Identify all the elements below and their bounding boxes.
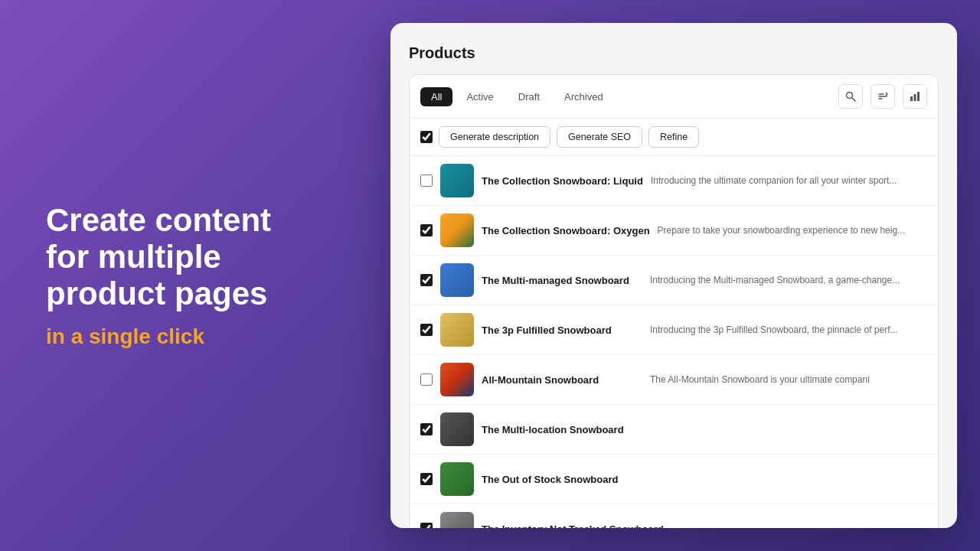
search-icon bbox=[845, 91, 856, 102]
tabs-row: All Active Draft Archived bbox=[410, 75, 938, 119]
page-title: Products bbox=[409, 44, 939, 62]
sort-icon-button[interactable] bbox=[871, 84, 895, 109]
chart-icon bbox=[910, 91, 920, 102]
svg-line-1 bbox=[852, 98, 855, 101]
product-image-3 bbox=[440, 313, 474, 347]
product-image-7 bbox=[440, 512, 474, 528]
table-row: The Collection Snowboard: OxygenPrepare … bbox=[410, 206, 938, 256]
generate-seo-button[interactable]: Generate SEO bbox=[557, 126, 642, 148]
table-row: The Collection Snowboard: LiquidIntroduc… bbox=[410, 156, 938, 206]
product-checkbox-7[interactable] bbox=[420, 523, 433, 528]
table-row: The Inventory Not Tracked Snowboard bbox=[410, 504, 938, 528]
product-image-6 bbox=[440, 462, 474, 496]
product-checkbox-0[interactable] bbox=[420, 174, 433, 187]
product-checkbox-4[interactable] bbox=[420, 373, 433, 386]
product-image-4 bbox=[440, 363, 474, 396]
svg-rect-6 bbox=[914, 94, 916, 101]
svg-rect-7 bbox=[917, 92, 920, 101]
left-panel: Create content for multiple product page… bbox=[46, 202, 337, 350]
table-row: The Multi-location Snowboard bbox=[410, 405, 938, 455]
product-list: The Collection Snowboard: LiquidIntroduc… bbox=[410, 156, 938, 528]
product-image-1 bbox=[440, 214, 474, 247]
product-checkbox-6[interactable] bbox=[420, 473, 433, 485]
product-name-1: The Collection Snowboard: Oxygen bbox=[482, 225, 650, 236]
product-name-6: The Out of Stock Snowboard bbox=[482, 474, 642, 485]
select-all-checkbox[interactable] bbox=[420, 131, 433, 143]
product-image-2 bbox=[440, 263, 474, 297]
product-name-4: All-Mountain Snowboard bbox=[482, 374, 642, 386]
product-image-0 bbox=[440, 164, 474, 197]
tab-all[interactable]: All bbox=[420, 87, 452, 106]
product-description-2: Introducing the Multi-managed Snowboard,… bbox=[650, 275, 927, 285]
products-card: All Active Draft Archived bbox=[409, 74, 939, 528]
tab-active[interactable]: Active bbox=[456, 87, 504, 106]
product-name-0: The Collection Snowboard: Liquid bbox=[482, 175, 643, 187]
svg-rect-5 bbox=[910, 96, 913, 101]
hero-subtitle: in a single click bbox=[46, 324, 306, 349]
product-image-5 bbox=[440, 412, 474, 446]
generate-description-button[interactable]: Generate description bbox=[439, 126, 550, 148]
product-description-4: The All-Mountain Snowboard is your ultim… bbox=[650, 374, 927, 385]
actions-row: Generate description Generate SEO Refine bbox=[410, 119, 938, 156]
product-description-1: Prepare to take your snowboarding experi… bbox=[658, 225, 927, 236]
product-name-5: The Multi-location Snowboard bbox=[482, 424, 642, 435]
product-checkbox-1[interactable] bbox=[420, 224, 433, 236]
table-row: The Out of Stock Snowboard bbox=[410, 455, 938, 504]
table-row: The Multi-managed SnowboardIntroducing t… bbox=[410, 256, 938, 305]
refine-button[interactable]: Refine bbox=[648, 126, 699, 148]
sort-icon bbox=[877, 91, 888, 102]
product-checkbox-5[interactable] bbox=[420, 423, 433, 435]
product-name-3: The 3p Fulfilled Snowboard bbox=[482, 324, 642, 336]
tab-archived[interactable]: Archived bbox=[554, 87, 614, 106]
table-row: The 3p Fulfilled SnowboardIntroducing th… bbox=[410, 305, 938, 355]
hero-title: Create content for multiple product page… bbox=[46, 202, 306, 313]
product-name-2: The Multi-managed Snowboard bbox=[482, 275, 642, 286]
product-checkbox-3[interactable] bbox=[420, 324, 433, 336]
product-description-0: Introducing the ultimate companion for a… bbox=[651, 175, 927, 186]
search-icon-button[interactable] bbox=[838, 84, 863, 109]
products-panel: Products All Active Draft Archived bbox=[390, 23, 957, 528]
chart-icon-button[interactable] bbox=[903, 84, 927, 109]
tab-draft[interactable]: Draft bbox=[508, 87, 550, 106]
product-checkbox-2[interactable] bbox=[420, 274, 433, 286]
table-row: All-Mountain SnowboardThe All-Mountain S… bbox=[410, 355, 938, 405]
product-name-7: The Inventory Not Tracked Snowboard bbox=[482, 523, 664, 529]
product-description-3: Introducing the 3p Fulfilled Snowboard, … bbox=[650, 324, 927, 335]
